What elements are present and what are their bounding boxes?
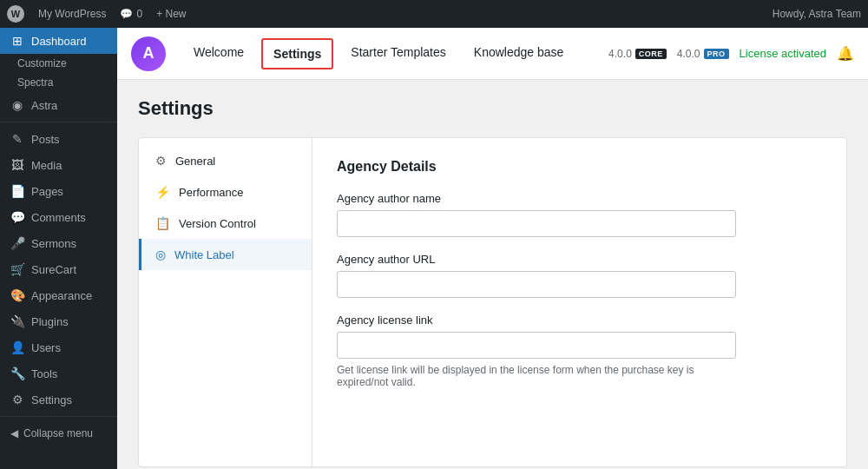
sidebar-item-dashboard[interactable]: ⊞ Dashboard [0,28,117,54]
collapse-menu-button[interactable]: ◀ Collapse menu [0,420,117,446]
settings-nav-version-control[interactable]: 📋 Version Control [139,208,312,239]
license-hint: Get license link will be displayed in th… [337,364,736,388]
nav-knowledge-base[interactable]: Knowledge base [460,28,578,80]
comments-icon: 💬 [10,210,24,224]
sidebar-item-label: Appearance [31,289,92,302]
plugins-icon: 🔌 [10,314,24,328]
agency-author-url-input[interactable] [337,271,736,298]
settings-form: Agency Details Agency author name Agency… [312,138,846,466]
surecart-icon: 🛒 [10,262,24,276]
wp-logo[interactable]: W [7,5,24,23]
users-icon: 👤 [10,340,24,354]
notifications-icon[interactable]: 🔔 [837,45,854,62]
sidebar-item-label: Media [31,159,62,172]
agency-author-url-label: Agency author URL [337,253,822,266]
sidebar-item-label: Tools [31,367,57,380]
settings-nav-white-label[interactable]: ◎ White Label [139,239,312,270]
settings-nav-performance[interactable]: ⚡ Performance [139,176,312,208]
sidebar-item-astra[interactable]: ◉ Astra [0,92,117,118]
version-pro-badge: 4.0.0 PRO [677,48,729,60]
pro-badge: PRO [704,49,729,59]
site-name[interactable]: My WordPress [38,8,106,20]
agency-author-url-group: Agency author URL [337,253,822,298]
sidebar-item-posts[interactable]: ✎ Posts [0,126,117,152]
pages-icon: 📄 [10,184,24,198]
general-icon: ⚙ [155,154,167,168]
astra-icon: ◉ [10,98,24,112]
settings-icon: ⚙ [10,393,24,406]
sidebar-item-label: Settings [31,393,72,406]
header-nav: Welcome Settings Starter Templates Knowl… [180,28,608,80]
sidebar-item-label: Plugins [31,315,69,328]
section-title: Agency Details [337,159,822,175]
sidebar-item-users[interactable]: 👤 Users [0,334,117,360]
sidebar-item-settings[interactable]: ⚙ Settings [0,386,117,413]
sidebar-item-label: Dashboard [31,35,87,48]
sidebar-item-sermons[interactable]: 🎤 Sermons [0,230,117,256]
sidebar-item-media[interactable]: 🖼 Media [0,152,117,178]
agency-author-name-label: Agency author name [337,192,822,205]
sermons-icon: 🎤 [10,236,24,250]
agency-author-name-input[interactable] [337,210,736,237]
settings-nav-general[interactable]: ⚙ General [139,145,312,176]
settings-sidebar: ⚙ General ⚡ Performance 📋 Version Contro… [139,138,312,466]
sidebar-item-label: Users [31,341,61,354]
new-content-link[interactable]: + New [156,8,186,20]
sidebar-item-surecart[interactable]: 🛒 SureCart [0,256,117,282]
howdy-text: Howdy, Astra Team [773,8,861,20]
agency-author-name-group: Agency author name [337,192,822,237]
sidebar-item-spectra[interactable]: Spectra [0,73,117,92]
agency-license-link-input[interactable] [337,332,736,359]
sidebar-item-label: Sermons [31,237,76,250]
version-control-icon: 📋 [155,216,170,230]
sidebar-item-label: Pages [31,185,63,198]
page-title: Settings [138,97,847,120]
license-activated-link[interactable]: License activated [740,47,826,60]
dashboard-icon: ⊞ [10,34,24,48]
main-content: A Welcome Settings Starter Templates Kno… [117,28,868,469]
plugin-logo: A [131,36,166,71]
sidebar-item-label: Astra [31,99,57,112]
version-core-badge: 4.0.0 CORE [608,48,667,60]
agency-license-link-label: Agency license link [337,314,822,327]
sidebar-item-label: SureCart [31,263,76,276]
content-area: Settings ⚙ General ⚡ Performance [117,80,868,469]
nav-welcome[interactable]: Welcome [180,28,258,80]
media-icon: 🖼 [10,158,24,172]
core-badge: CORE [635,49,667,59]
sidebar-item-pages[interactable]: 📄 Pages [0,178,117,204]
sidebar-item-customize[interactable]: Customize [0,54,117,73]
sidebar-item-label: Posts [31,133,60,146]
nav-settings[interactable]: Settings [261,38,333,69]
settings-layout: ⚙ General ⚡ Performance 📋 Version Contro… [138,137,847,467]
agency-license-link-group: Agency license link Get license link wil… [337,314,822,388]
posts-icon: ✎ [10,132,24,146]
sidebar-item-label: Comments [31,211,86,224]
sidebar-item-appearance[interactable]: 🎨 Appearance [0,282,117,308]
performance-icon: ⚡ [155,185,170,199]
sidebar-item-plugins[interactable]: 🔌 Plugins [0,308,117,334]
sidebar-item-comments[interactable]: 💬 Comments [0,204,117,230]
sidebar-item-tools[interactable]: 🔧 Tools [0,360,117,386]
header-right: 4.0.0 CORE 4.0.0 PRO License activated 🔔 [608,45,854,62]
comment-icon: 💬 [120,8,133,20]
tools-icon: 🔧 [10,367,24,380]
collapse-icon: ◀ [10,427,18,439]
nav-starter-templates[interactable]: Starter Templates [337,28,459,80]
appearance-icon: 🎨 [10,288,24,302]
sidebar-divider [0,122,117,122]
sidebar: ⊞ Dashboard Customize Spectra ◉ Astra ✎ … [0,28,117,469]
admin-bar: W My WordPress 💬 0 + New Howdy, Astra Te… [0,0,868,28]
plugin-header: A Welcome Settings Starter Templates Kno… [117,28,868,80]
comments-link[interactable]: 💬 0 [120,8,142,20]
sidebar-divider-2 [0,416,117,417]
white-label-icon: ◎ [155,248,166,261]
